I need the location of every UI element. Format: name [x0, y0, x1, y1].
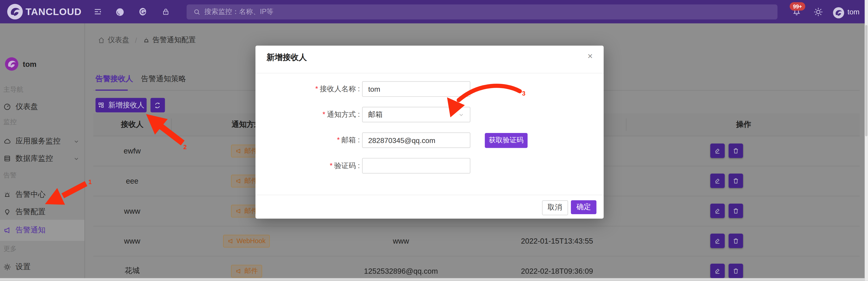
sidebar-item-settings[interactable]: 设置	[0, 259, 85, 275]
form-row-method: *通知方式 : 邮箱	[255, 107, 603, 122]
edit-icon	[714, 237, 720, 244]
megaphone-icon	[236, 208, 242, 214]
trash-icon	[732, 268, 739, 274]
edit-button[interactable]	[710, 174, 724, 188]
brand-name: TANCLOUD	[26, 0, 82, 23]
sidebar-item-app-service-monitor[interactable]: 应用服务监控	[0, 133, 85, 150]
edit-button[interactable]	[710, 233, 724, 248]
sidebar-item-label: 仪表盘	[16, 102, 38, 112]
gear-icon[interactable]	[813, 0, 823, 23]
table-row[interactable]: 花城 邮件 1252532896@qq.com 2022-02-18T09:36…	[93, 256, 860, 281]
sidebar-section-monitor: 监控	[3, 117, 17, 127]
notify-method-select[interactable]: 邮箱	[362, 107, 470, 122]
github-icon[interactable]	[115, 0, 125, 23]
sidebar-item-label: 告警通知	[16, 225, 45, 235]
verify-code-input[interactable]	[362, 158, 470, 174]
email-input[interactable]: 282870345@qq.com	[362, 132, 470, 148]
input-value: 282870345@qq.com	[368, 136, 435, 144]
search-input[interactable]: 搜索监控：名称、IP等	[186, 4, 777, 19]
receiver-name-input[interactable]: tom	[362, 81, 470, 97]
search-placeholder: 搜索监控：名称、IP等	[205, 7, 274, 16]
field-label: 邮箱 :	[341, 136, 360, 144]
appstore-add-icon	[98, 102, 104, 108]
notification-badge: 99+	[790, 2, 805, 10]
cloud-icon	[3, 137, 11, 145]
navbar-username[interactable]: tom	[847, 0, 860, 23]
sidebar-item-alert-center[interactable]: 告警中心	[0, 186, 85, 203]
breadcrumb-separator: /	[135, 36, 137, 44]
tab-alert-receivers[interactable]: 告警接收人	[95, 74, 133, 84]
search-icon	[193, 8, 200, 15]
sidebar-item-label: 设置	[16, 262, 31, 272]
close-icon[interactable]: ×	[587, 52, 593, 61]
table-row[interactable]: www WebHook www 2022-01-15T13:43:55	[93, 226, 860, 256]
field-label: 接收人名称 :	[320, 85, 360, 93]
cell-actions	[708, 196, 745, 226]
database-icon	[3, 154, 11, 162]
get-verify-code-button[interactable]: 获取验证码	[485, 133, 528, 148]
delete-button[interactable]	[728, 174, 743, 188]
sync-icon	[154, 102, 161, 109]
delete-button[interactable]	[728, 204, 743, 218]
cell-created: 2022-01-15T13:43:55	[521, 226, 593, 256]
horizontal-scrollbar[interactable]	[0, 278, 864, 281]
add-receiver-button[interactable]: 新增接收人	[95, 98, 147, 112]
delete-button[interactable]	[728, 233, 743, 248]
sidebar-section-more: 更多	[3, 244, 17, 254]
menu-fold-icon[interactable]	[93, 0, 102, 23]
gear-icon	[3, 263, 11, 271]
brand-logo[interactable]	[7, 4, 23, 19]
lock-icon[interactable]	[162, 0, 170, 23]
home-icon	[98, 36, 105, 44]
sidebar-username: tom	[23, 60, 36, 68]
cell-method: 邮件	[231, 256, 262, 281]
cell-recipient: eee	[126, 166, 138, 196]
edit-icon	[714, 147, 720, 154]
field-label: 通知方式 :	[327, 110, 360, 119]
delete-button[interactable]	[728, 264, 743, 278]
cell-contact: www	[393, 226, 409, 256]
megaphone-icon	[236, 148, 242, 154]
siren-icon	[3, 191, 11, 199]
trash-icon	[732, 147, 739, 154]
vertical-scrollbar[interactable]	[864, 0, 868, 281]
trash-icon	[732, 177, 739, 184]
breadcrumb: 仪表盘 / 告警通知配置	[98, 35, 196, 45]
user-avatar[interactable]	[833, 7, 844, 18]
column-header-actions: 操作	[736, 114, 751, 136]
form-row-code: *验证码 :	[255, 158, 603, 174]
edit-icon	[714, 207, 720, 214]
cell-contact: 1252532896@qq.com	[364, 256, 438, 281]
chevron-down-icon	[73, 156, 80, 162]
gitee-icon[interactable]	[138, 0, 148, 23]
sidebar-item-alert-notice[interactable]: 告警通知	[0, 220, 85, 241]
sidebar-section-main: 主导航	[3, 85, 24, 94]
vertical-scrollbar-thumb[interactable]	[865, 25, 868, 136]
refresh-button[interactable]	[150, 98, 165, 112]
form-row-email: *邮箱 : 282870345@qq.com 获取验证码	[255, 132, 603, 148]
sidebar-item-dashboard[interactable]: 仪表盘	[0, 99, 85, 115]
siren-icon	[143, 36, 150, 44]
tab-alert-notice-policy[interactable]: 告警通知策略	[141, 74, 186, 84]
edit-icon	[714, 268, 720, 274]
breadcrumb-home[interactable]: 仪表盘	[108, 35, 129, 45]
ok-button[interactable]: 确定	[571, 200, 596, 214]
required-asterisk: *	[337, 136, 340, 144]
input-value: tom	[368, 85, 380, 93]
chevron-down-icon	[458, 112, 464, 118]
sidebar-section-alert: 告警	[3, 171, 17, 180]
cell-created: 2022-02-18T09:36:09	[521, 256, 593, 281]
delete-button[interactable]	[728, 143, 743, 158]
edit-button[interactable]	[710, 264, 724, 278]
sidebar-item-label: 应用服务监控	[16, 136, 61, 146]
cell-actions	[708, 256, 745, 281]
edit-button[interactable]	[710, 143, 724, 158]
required-asterisk: *	[322, 110, 325, 119]
cancel-button[interactable]: 取消	[542, 200, 568, 215]
sidebar-item-database-monitor[interactable]: 数据库监控	[0, 150, 85, 167]
chevron-down-icon	[73, 138, 80, 144]
field-label: 验证码 :	[334, 161, 360, 170]
trash-icon	[732, 237, 739, 244]
sidebar-item-alert-config[interactable]: 告警配置	[0, 204, 85, 220]
edit-button[interactable]	[710, 204, 724, 218]
